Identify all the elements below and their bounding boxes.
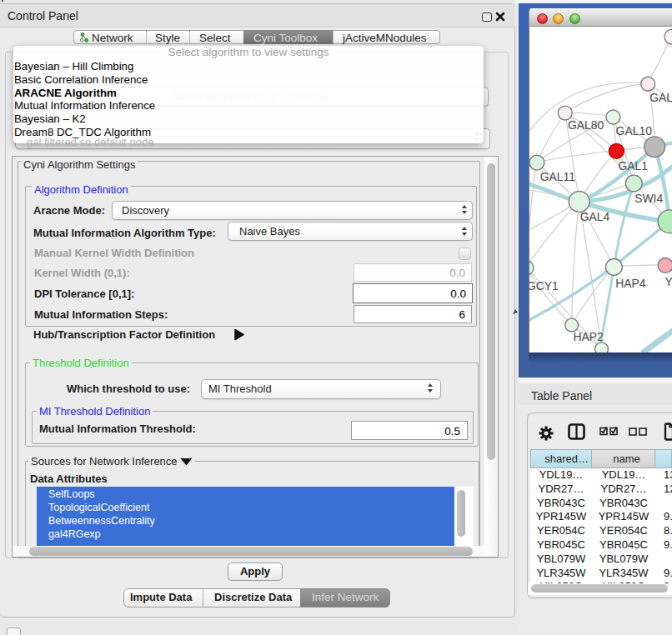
svg-text:HAP2: HAP2 <box>573 330 604 343</box>
svg-text:SWI4: SWI4 <box>634 192 663 205</box>
svg-text:GAL4: GAL4 <box>580 210 610 223</box>
svg-text:GAL10: GAL10 <box>616 124 653 138</box>
svg-text:GAL1: GAL1 <box>618 159 648 172</box>
svg-text:GAL80: GAL80 <box>568 118 604 132</box>
svg-text:GCY1: GCY1 <box>529 279 559 292</box>
svg-text:GAL7: GAL7 <box>649 91 672 104</box>
svg-text:HAP4: HAP4 <box>615 277 646 290</box>
svg-text:GAL11: GAL11 <box>540 170 576 183</box>
svg-text:Y: Y <box>664 275 672 288</box>
